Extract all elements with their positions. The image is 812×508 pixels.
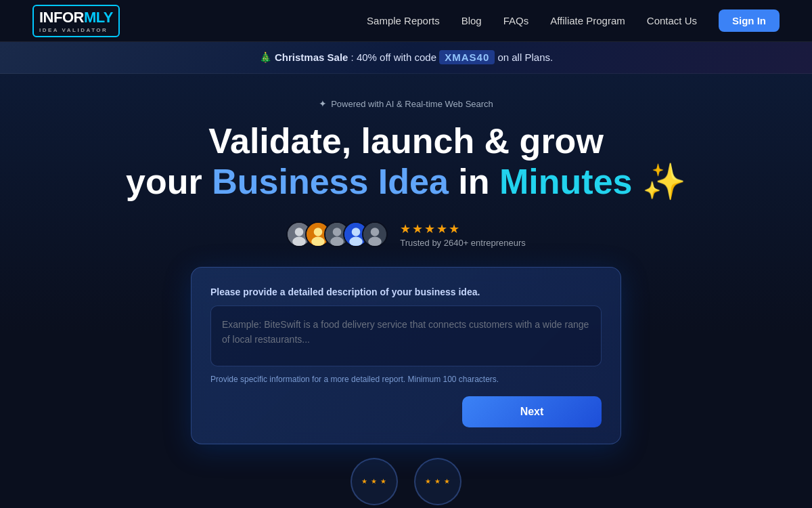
badge-1: ★ ★ ★ [351, 458, 398, 505]
svg-point-2 [292, 237, 306, 247]
business-idea-textarea[interactable] [210, 305, 602, 366]
svg-point-1 [295, 228, 304, 236]
form-footer: Next [210, 396, 602, 427]
sign-in-button[interactable]: Sign In [719, 9, 780, 32]
svg-point-5 [311, 237, 325, 247]
nav-contact[interactable]: Contact Us [647, 15, 697, 26]
badge-2: ★ ★ ★ [414, 458, 461, 505]
hero-section: ✦ Powered with AI & Real-time Web Search… [0, 74, 812, 505]
promo-banner: 🎄 Christmas Sale : 40% off with code XMA… [0, 42, 812, 74]
promo-text-after: on all Plans. [497, 51, 553, 63]
promo-code: XMAS40 [439, 50, 495, 64]
svg-point-13 [371, 228, 380, 236]
nav-sample-reports[interactable]: Sample Reports [367, 15, 440, 26]
nav-affiliate[interactable]: Affiliate Program [550, 15, 625, 26]
main-nav: Sample Reports Blog FAQs Affiliate Progr… [367, 9, 780, 32]
form-label: Please provide a detailed description of… [210, 287, 602, 297]
badge-stars-2: ★ ★ ★ [425, 478, 451, 485]
svg-point-7 [333, 228, 342, 236]
logo-sub: IDEA VALIDATOR [39, 27, 108, 33]
logo[interactable]: INFORMLY IDEA VALIDATOR [32, 5, 120, 37]
sparkle-icon: ✦ [319, 98, 327, 109]
svg-point-8 [330, 237, 344, 247]
hero-title: Validate, launch & grow your Business Id… [126, 121, 686, 203]
promo-tree-icon: 🎄 [259, 51, 272, 63]
svg-point-4 [314, 228, 323, 236]
next-button[interactable]: Next [462, 396, 602, 427]
logo-text: INFORMLY [39, 9, 113, 26]
trusted-text: Trusted by 2640+ entrepreneurs [400, 238, 526, 248]
bottom-badges: ★ ★ ★ ★ ★ ★ [351, 458, 461, 505]
powered-text: Powered with AI & Real-time Web Search [331, 99, 493, 109]
social-proof: ★★★★★ Trusted by 2640+ entrepreneurs [286, 221, 526, 248]
rating-block: ★★★★★ Trusted by 2640+ entrepreneurs [400, 221, 526, 248]
form-card: Please provide a detailed description of… [191, 267, 621, 444]
nav-faqs[interactable]: FAQs [503, 15, 529, 26]
avatar-image-5 [363, 221, 386, 247]
header: INFORMLY IDEA VALIDATOR Sample Reports B… [0, 0, 812, 42]
svg-point-11 [349, 237, 363, 247]
star-rating: ★★★★★ [400, 221, 461, 236]
promo-title: Christmas Sale [275, 51, 348, 63]
hero-title-line2: your Business Idea in Minutes ✨ [126, 162, 686, 203]
badge-stars-1: ★ ★ ★ [361, 478, 387, 485]
avatar-group [286, 221, 388, 247]
form-hint: Provide specific information for a more … [210, 375, 602, 384]
nav-blog[interactable]: Blog [461, 15, 482, 26]
hero-title-line1: Validate, launch & grow [126, 121, 686, 162]
svg-point-10 [352, 228, 361, 236]
svg-point-14 [368, 237, 382, 247]
powered-badge: ✦ Powered with AI & Real-time Web Search [319, 98, 493, 109]
promo-text-before: : 40% off with code [351, 51, 440, 63]
avatar [362, 221, 388, 247]
